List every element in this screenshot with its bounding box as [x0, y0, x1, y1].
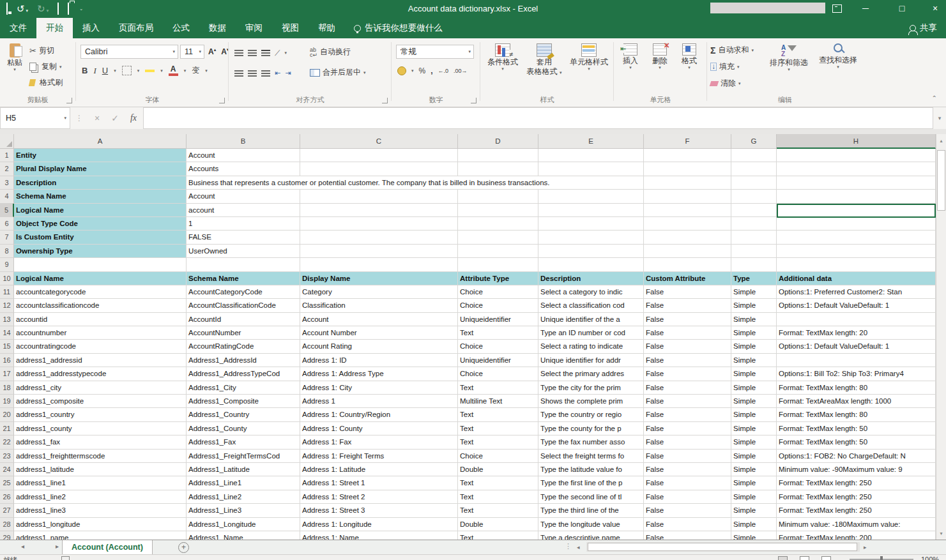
cell-A24[interactable]: address1_latitude: [14, 463, 187, 476]
row-header-11[interactable]: 11: [0, 285, 14, 299]
zoom-slider-thumb[interactable]: [880, 556, 883, 560]
cell-B8[interactable]: UserOwned: [187, 245, 300, 258]
cell-D5[interactable]: [458, 204, 538, 217]
cell-F14[interactable]: False: [644, 326, 731, 340]
confirm-entry-icon[interactable]: ✓: [111, 113, 119, 123]
name-box[interactable]: H5 ▾: [0, 107, 70, 129]
cell-D28[interactable]: Double: [458, 518, 538, 531]
cell-A1[interactable]: Entity: [14, 149, 187, 162]
cell-C20[interactable]: Address 1: Country/Region: [300, 408, 458, 421]
cell-A3[interactable]: Description: [14, 176, 187, 190]
row-header-20[interactable]: 20: [0, 408, 14, 421]
underline-caret-icon[interactable]: ▾: [114, 69, 116, 73]
cell-B26[interactable]: Address1_Line2: [187, 490, 300, 504]
cell-A28[interactable]: address1_longitude: [14, 518, 187, 531]
cell-C24[interactable]: Address 1: Latitude: [300, 463, 458, 476]
cell-D26[interactable]: Text: [458, 490, 538, 504]
cell-G22[interactable]: Simple: [731, 435, 777, 449]
cell-B23[interactable]: Address1_FreightTermsCod: [187, 450, 300, 463]
cell-D7[interactable]: [458, 231, 538, 244]
cell-G21[interactable]: Simple: [731, 422, 777, 435]
cell-G11[interactable]: Simple: [731, 285, 777, 299]
cell-A18[interactable]: address1_city: [14, 381, 187, 395]
cell-B2[interactable]: Accounts: [187, 162, 300, 176]
insert-function-icon[interactable]: fx: [130, 113, 137, 123]
row-header-15[interactable]: 15: [0, 340, 14, 353]
cell-A5[interactable]: Logical Name: [14, 204, 187, 217]
cell-C26[interactable]: Address 1: Street 2: [300, 490, 458, 504]
page-layout-view-icon[interactable]: [800, 556, 809, 560]
cell-C28[interactable]: Address 1: Longitude: [300, 518, 458, 531]
cut-button[interactable]: ✂ 剪切: [29, 45, 54, 56]
sort-filter-button[interactable]: AZ 排序和筛选 ▾: [765, 43, 812, 72]
cell-C29[interactable]: Address 1: Name: [300, 531, 458, 540]
cell-H27[interactable]: Format: TextMax length: 250: [777, 504, 936, 517]
cell-G4[interactable]: [731, 190, 777, 203]
row-header-1[interactable]: 1: [0, 149, 14, 162]
cell-C7[interactable]: [300, 231, 458, 244]
cell-H16[interactable]: [777, 354, 936, 367]
cell-A21[interactable]: address1_county: [14, 422, 187, 435]
vertical-scroll-thumb[interactable]: [937, 150, 945, 211]
cell-G3[interactable]: [731, 176, 777, 190]
account-user-box[interactable]: [710, 3, 825, 13]
cell-F22[interactable]: False: [644, 435, 731, 449]
cell-F13[interactable]: False: [644, 313, 731, 326]
cell-B21[interactable]: Address1_County: [187, 422, 300, 435]
formula-input[interactable]: [143, 107, 933, 129]
ribbon-tab-帮助[interactable]: 帮助: [309, 18, 345, 38]
column-header-A[interactable]: A: [14, 134, 187, 149]
cell-A13[interactable]: accountid: [14, 313, 187, 326]
cell-D27[interactable]: Text: [458, 504, 538, 517]
cell-C8[interactable]: [300, 245, 458, 258]
cell-E25[interactable]: Type the first line of the p: [538, 476, 644, 490]
cell-C25[interactable]: Address 1: Street 1: [300, 476, 458, 490]
cell-H22[interactable]: Format: TextMax length: 50: [777, 435, 936, 449]
collapse-ribbon-icon[interactable]: ⌃: [932, 95, 937, 102]
next-sheet-icon[interactable]: ▸: [56, 543, 59, 550]
cell-F20[interactable]: False: [644, 408, 731, 421]
cell-G9[interactable]: [731, 258, 777, 271]
cell-B19[interactable]: Address1_Composite: [187, 395, 300, 408]
cell-A19[interactable]: address1_composite: [14, 395, 187, 408]
cell-G16[interactable]: Simple: [731, 354, 777, 367]
ribbon-display-options-icon[interactable]: [832, 4, 842, 13]
align-bottom-icon[interactable]: [261, 50, 270, 51]
row-header-18[interactable]: 18: [0, 381, 14, 395]
maximize-button[interactable]: □: [891, 0, 913, 18]
cell-B4[interactable]: Account: [187, 190, 300, 203]
cell-G6[interactable]: [731, 217, 777, 231]
cell-F25[interactable]: False: [644, 476, 731, 490]
prev-sheet-icon[interactable]: ◂: [21, 543, 24, 550]
cell-G29[interactable]: Simple: [731, 531, 777, 540]
column-header-E[interactable]: E: [538, 134, 644, 149]
cell-D8[interactable]: [458, 245, 538, 258]
cell-E13[interactable]: Unique identifier of the a: [538, 313, 644, 326]
row-header-3[interactable]: 3: [0, 176, 14, 190]
cell-H25[interactable]: Format: TextMax length: 250: [777, 476, 936, 490]
cell-E20[interactable]: Type the country or regio: [538, 408, 644, 421]
cell-F9[interactable]: [644, 258, 731, 271]
fill-button[interactable]: ↓ 填充 ▾: [710, 61, 740, 72]
cell-H13[interactable]: [777, 313, 936, 326]
cell-A15[interactable]: accountratingcode: [14, 340, 187, 353]
cell-E1[interactable]: [538, 149, 644, 162]
align-middle-icon[interactable]: [248, 50, 257, 51]
decrease-decimal-icon[interactable]: .00→: [454, 68, 468, 74]
cell-A27[interactable]: address1_line3: [14, 504, 187, 517]
cell-H14[interactable]: Format: TextMax length: 20: [777, 326, 936, 340]
cell-A22[interactable]: address1_fax: [14, 435, 187, 449]
font-name-combo[interactable]: Calibri ▾: [80, 45, 178, 59]
cell-C18[interactable]: Address 1: City: [300, 381, 458, 395]
orientation-icon[interactable]: ⟋: [275, 49, 280, 57]
format-as-table-button[interactable]: 套用 表格格式 ▾: [524, 43, 564, 76]
row-header-27[interactable]: 27: [0, 504, 14, 517]
row-header-6[interactable]: 6: [0, 217, 14, 231]
cell-F2[interactable]: [644, 162, 731, 176]
expand-formula-bar-icon[interactable]: ▾: [933, 107, 946, 129]
delete-cells-button[interactable]: 删除 ▾: [646, 43, 673, 70]
cell-H28[interactable]: Minimum value: -180Maximum value:: [777, 518, 936, 531]
row-header-5[interactable]: 5: [0, 204, 14, 217]
column-header-F[interactable]: F: [644, 134, 731, 149]
cell-E4[interactable]: [538, 190, 644, 203]
